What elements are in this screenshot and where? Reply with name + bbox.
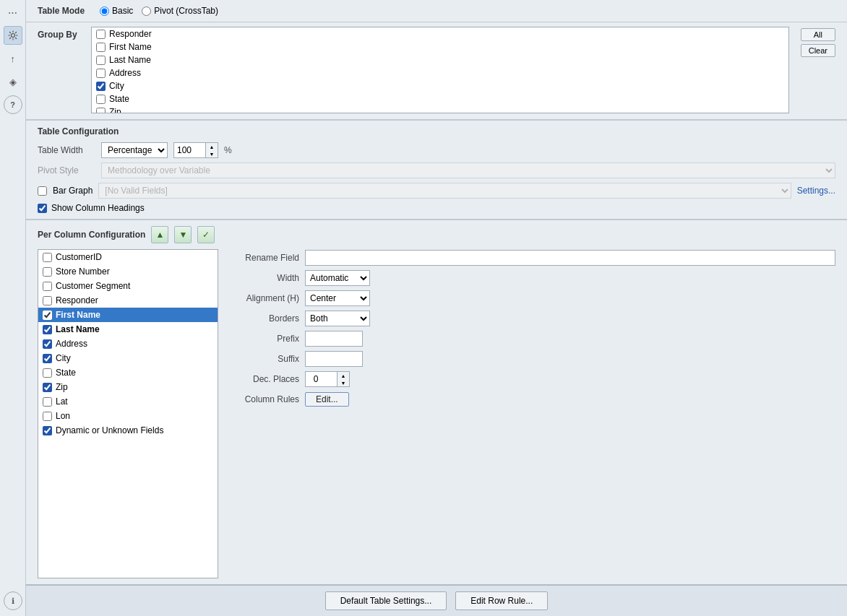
table-width-dropdown[interactable]: Percentage Pixels Auto <box>101 142 168 158</box>
col-check-city[interactable] <box>43 354 52 363</box>
alignment-select[interactable]: Center Left Right <box>305 290 370 306</box>
group-by-check-city[interactable] <box>96 82 106 91</box>
col-label-storenumber: Store Number <box>56 266 110 277</box>
col-item-city[interactable]: City <box>38 351 218 365</box>
table-width-input[interactable] <box>173 142 205 158</box>
group-by-check-lastname[interactable] <box>96 56 106 65</box>
dots-icon[interactable]: ⋯ <box>4 3 22 22</box>
col-item-customerid[interactable]: CustomerID <box>38 250 218 264</box>
group-by-label-firstname: First Name <box>109 42 152 52</box>
group-by-list[interactable]: Responder First Name Last Name Address C… <box>91 27 789 113</box>
col-item-firstname[interactable]: First Name <box>38 308 218 322</box>
edit-row-rule-button[interactable]: Edit Row Rule... <box>455 591 548 610</box>
spinner-up[interactable]: ▲ <box>206 143 218 150</box>
col-item-dynamic[interactable]: Dynamic or Unknown Fields <box>38 423 218 438</box>
col-check-lon[interactable] <box>43 412 52 421</box>
suffix-input[interactable] <box>305 351 363 367</box>
spinner-down[interactable]: ▼ <box>206 150 218 157</box>
col-config-panel: Rename Field Width Automatic Pixels Perc… <box>227 249 835 578</box>
group-by-item-responder[interactable]: Responder <box>92 27 788 40</box>
group-by-item-lastname[interactable]: Last Name <box>92 53 788 66</box>
col-check-storenumber[interactable] <box>43 267 52 277</box>
dec-places-input[interactable] <box>305 371 337 387</box>
group-by-check-zip[interactable] <box>96 108 106 114</box>
pivot-style-row: Pivot Style Methodology over Variable <box>38 162 835 178</box>
width-select[interactable]: Automatic Pixels Percentage <box>305 270 370 286</box>
col-label-lat: Lat <box>56 396 68 407</box>
radio-basic[interactable]: Basic <box>100 6 133 16</box>
group-by-item-state[interactable]: State <box>92 92 788 105</box>
col-item-storenumber[interactable]: Store Number <box>38 264 218 279</box>
per-column-section: Per Column Configuration ▲ ▼ ✓ CustomerI… <box>26 220 847 584</box>
move-up-button[interactable]: ▲ <box>151 226 168 243</box>
radio-basic-input[interactable] <box>100 6 109 16</box>
col-item-lastname[interactable]: Last Name <box>38 322 218 337</box>
group-by-check-responder[interactable] <box>96 30 106 39</box>
bar-graph-checkbox[interactable] <box>38 186 47 196</box>
bar-graph-label: Bar Graph <box>53 186 93 196</box>
col-item-zip[interactable]: Zip <box>38 380 218 394</box>
group-by-item-city[interactable]: City <box>92 79 788 92</box>
group-by-check-state[interactable] <box>96 95 106 104</box>
info-bottom-icon[interactable]: ℹ <box>4 591 22 610</box>
column-rules-edit-button[interactable]: Edit... <box>305 392 349 407</box>
col-check-customerid[interactable] <box>43 253 52 262</box>
col-check-lat[interactable] <box>43 397 52 407</box>
check-button[interactable]: ✓ <box>197 226 215 243</box>
group-by-item-address[interactable]: Address <box>92 66 788 79</box>
group-by-section: Group By Responder First Name Last Name … <box>26 22 847 121</box>
default-table-settings-button[interactable]: Default Table Settings... <box>325 591 447 610</box>
col-check-dynamic[interactable] <box>43 426 52 435</box>
show-headings-checkbox[interactable] <box>38 204 47 213</box>
sidebar: ⋯ ↑ ◈ ? ℹ <box>0 0 26 616</box>
col-check-state[interactable] <box>43 368 52 378</box>
settings-icon[interactable] <box>4 26 22 45</box>
prefix-input[interactable] <box>305 331 363 347</box>
settings-link[interactable]: Settings... <box>797 186 835 196</box>
col-check-address[interactable] <box>43 339 52 349</box>
bottom-bar: Default Table Settings... Edit Row Rule.… <box>26 584 847 616</box>
all-button[interactable]: All <box>801 28 835 41</box>
col-check-lastname[interactable] <box>43 325 52 334</box>
col-item-lat[interactable]: Lat <box>38 394 218 409</box>
radio-pivot-input[interactable] <box>142 6 151 16</box>
col-item-lon[interactable]: Lon <box>38 409 218 423</box>
help-icon[interactable]: ? <box>4 95 22 114</box>
col-label-address: Address <box>56 339 87 349</box>
per-column-header: Per Column Configuration ▲ ▼ ✓ <box>38 226 835 243</box>
col-check-responder[interactable] <box>43 296 52 305</box>
show-headings-label: Show Column Headings <box>51 203 145 213</box>
group-by-check-firstname[interactable] <box>96 43 106 52</box>
col-item-customersegment[interactable]: Customer Segment <box>38 279 218 293</box>
col-check-firstname[interactable] <box>43 311 52 320</box>
col-label-state: State <box>56 368 76 378</box>
table-width-label: Table Width <box>38 145 95 155</box>
group-by-label-address: Address <box>109 68 141 78</box>
col-item-state[interactable]: State <box>38 365 218 380</box>
dec-spinner-down[interactable]: ▼ <box>337 379 349 386</box>
group-by-check-address[interactable] <box>96 69 106 78</box>
up-arrow-icon[interactable]: ↑ <box>4 49 22 68</box>
table-config-title: Table Configuration <box>38 126 835 136</box>
table-mode-radio-group: Basic Pivot (CrossTab) <box>100 6 218 16</box>
show-headings-row: Show Column Headings <box>38 203 835 213</box>
dec-places-row: Dec. Places ▲ ▼ <box>227 370 835 388</box>
svg-point-0 <box>11 34 14 38</box>
pivot-style-label: Pivot Style <box>38 165 95 175</box>
group-by-item-zip[interactable]: Zip <box>92 105 788 113</box>
tag-icon[interactable]: ◈ <box>4 72 22 91</box>
radio-pivot[interactable]: Pivot (CrossTab) <box>142 6 218 16</box>
rename-field-input[interactable] <box>305 250 835 266</box>
group-by-item-firstname[interactable]: First Name <box>92 40 788 53</box>
suffix-label: Suffix <box>227 354 299 364</box>
clear-button[interactable]: Clear <box>801 44 835 57</box>
move-down-button[interactable]: ▼ <box>174 226 192 243</box>
col-check-zip[interactable] <box>43 383 52 392</box>
col-item-responder[interactable]: Responder <box>38 293 218 308</box>
borders-select[interactable]: Both Top Bottom Left Right None <box>305 311 370 326</box>
col-item-address[interactable]: Address <box>38 337 218 351</box>
radio-pivot-label: Pivot (CrossTab) <box>154 6 218 16</box>
column-list[interactable]: CustomerID Store Number Customer Segment… <box>38 249 218 578</box>
dec-spinner-up[interactable]: ▲ <box>337 372 349 379</box>
col-check-customersegment[interactable] <box>43 282 52 291</box>
